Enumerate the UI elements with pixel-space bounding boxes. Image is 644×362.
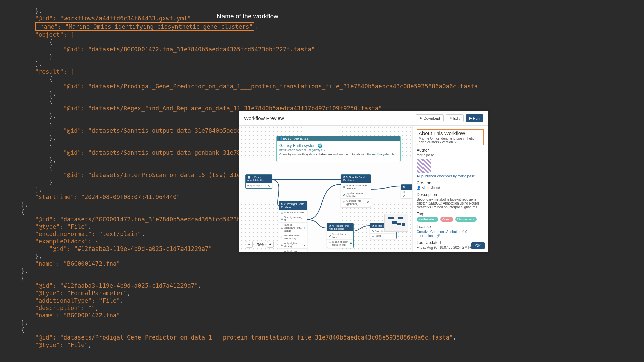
minimap[interactable]: [384, 214, 408, 232]
banner-text: Come try our earth system subdomain and …: [279, 153, 398, 160]
name-highlight: "name": "Marine Omics identifying biosyn…: [35, 22, 254, 31]
zoom-out-button[interactable]: −: [246, 241, 253, 248]
ok-button[interactable]: OK: [471, 242, 485, 249]
author-label: Author: [417, 148, 484, 153]
workflow-canvas[interactable]: 📘 EOSC FAIR-EASE Galaxy Earth system 🌍 h…: [239, 126, 412, 252]
download-button[interactable]: ⬇Download: [416, 114, 444, 122]
preview-title: Workflow Preview: [244, 115, 284, 121]
banner-url[interactable]: https://earth-system.usegalaxy.eu/: [279, 148, 325, 152]
preview-header: Workflow Preview ⬇Download ✎Edit ▶Run: [239, 111, 488, 126]
about-subtitle: Marine Omics identifying biosynthetic ge…: [419, 137, 482, 144]
zoom-controls: − 75% +: [246, 241, 274, 248]
tags-label: Tags: [417, 212, 484, 216]
workflow-node-4[interactable]: ⚙ 4: Regex Find And Replace Select lines…: [327, 223, 354, 248]
annotation-label: Name of the workflow: [217, 13, 278, 20]
all-workflows-link[interactable]: All published Workflows by marie.josse: [417, 174, 475, 178]
license-link[interactable]: Creative Commons Attribution 4.0 Interna…: [417, 230, 467, 238]
banner-title: Galaxy Earth system 🌍: [279, 143, 398, 148]
avatar: [417, 159, 431, 173]
desc-value: Secondary metabolite biosynthetic gene c…: [417, 198, 484, 209]
license-label: License: [417, 224, 484, 229]
download-icon: ⬇: [419, 116, 422, 120]
about-highlight: About This Workflow Marine Omics identif…: [417, 129, 484, 145]
author-value: marie.josse: [417, 153, 484, 157]
about-sidebar: About This Workflow Marine Omics identif…: [412, 126, 488, 252]
tags-row: earth-system Ocean Marineomics: [417, 217, 484, 222]
workflow-node-2[interactable]: ⚙ 2: Prodigal Gene Predictor Specify inp…: [279, 201, 307, 252]
workflow-node-partial[interactable]: ⚙: [401, 184, 412, 198]
zoom-in-button[interactable]: +: [267, 241, 274, 248]
tag-earth-system[interactable]: earth-system: [417, 217, 438, 222]
play-icon: ▶: [469, 116, 472, 120]
about-title: About This Workflow: [419, 130, 482, 136]
tag-marineomics[interactable]: Marineomics: [455, 217, 477, 222]
edit-button[interactable]: ✎Edit: [446, 114, 464, 122]
info-banner: 📘 EOSC FAIR-EASE Galaxy Earth system 🌍 h…: [276, 136, 401, 162]
tag-ocean[interactable]: Ocean: [440, 217, 453, 222]
creators-label: Creators: [417, 181, 484, 185]
creator-value: 👤 Marie Jossé: [417, 186, 484, 190]
workflow-preview-panel: Workflow Preview ⬇Download ✎Edit ▶Run 📘 …: [239, 111, 488, 252]
pencil-icon: ✎: [449, 116, 452, 120]
zoom-level: 75%: [256, 242, 264, 246]
preview-toolbar: ⬇Download ✎Edit ▶Run: [416, 114, 483, 122]
workflow-node-3[interactable]: ⚙ 3: Sanntis Build Genbank Input a nucle…: [341, 174, 371, 207]
workflow-node-1[interactable]: 📄 1: Fasta nucelotide file output (input…: [245, 174, 272, 189]
run-button[interactable]: ▶Run: [466, 114, 483, 122]
desc-label: Description: [417, 192, 484, 197]
banner-head: 📘 EOSC FAIR-EASE: [277, 136, 400, 141]
